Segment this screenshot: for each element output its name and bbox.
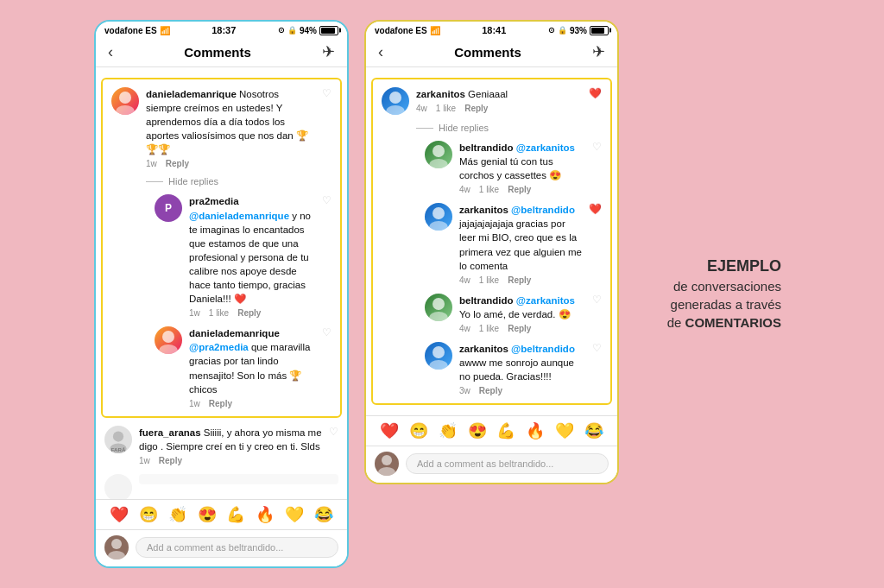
hide-replies-label-1: Hide replies — [168, 176, 218, 187]
comment-text-beltrandido-3: beltrandido @zarkanitos Yo lo amé, de ve… — [459, 294, 585, 321]
username-pra2media: pra2media — [189, 196, 239, 206]
phones-container: vodafone ES 📶 18:37 ⊙ 🔒 94% ‹ Comments ✈ — [94, 20, 619, 568]
svg-point-20 — [378, 467, 395, 476]
time-zarkanitos-4: 3w — [459, 386, 470, 395]
comment-text-daniela-main: danielademanrique Nosotros siempre creím… — [146, 87, 315, 156]
avatar-daniela-2 — [155, 326, 182, 354]
svg-point-10 — [386, 105, 405, 115]
likes-beltrandido-3: 1 like — [479, 324, 499, 333]
avatar-beltrandido-1 — [425, 141, 452, 168]
comment-input-2[interactable]: Add a comment as beltrandido... — [406, 453, 609, 474]
emoji-clap-2[interactable]: 👏 — [439, 421, 458, 440]
emoji-heart-eyes-1[interactable]: 😍 — [198, 505, 217, 524]
comment-text-zarkanitos-top: zarkanitos Geniaaal — [416, 87, 582, 101]
heart-zarkanitos-2[interactable]: ❤️ — [589, 203, 602, 215]
comment-input-1[interactable]: Add a comment as beltrandido... — [136, 537, 338, 558]
comment-text-daniela-2: danielademanrique @pra2media que maravil… — [189, 326, 315, 395]
svg-point-1 — [116, 105, 135, 115]
emoji-bar-1: ❤️ 😁 👏 😍 💪 🔥 💛 😂 — [96, 499, 347, 529]
reply-btn-fuera[interactable]: Reply — [159, 456, 182, 465]
comment-text-pra2media: pra2media @danielademanrique y no te ima… — [189, 194, 315, 306]
emoji-clap-1[interactable]: 👏 — [168, 505, 187, 524]
wifi-icon-1: 📶 — [160, 26, 170, 35]
emoji-yellow-heart-2[interactable]: 💛 — [555, 421, 574, 440]
status-bar-2: vodafone ES 📶 18:41 ⊙ 🔒 93% — [366, 22, 617, 37]
emoji-grin-2[interactable]: 😁 — [409, 421, 428, 440]
sidebar-line1: de conversaciones — [635, 277, 781, 295]
emoji-muscle-2[interactable]: 💪 — [496, 421, 515, 440]
phone-2: vodafone ES 📶 18:41 ⊙ 🔒 93% ‹ Comments ✈ — [364, 20, 619, 484]
reply-btn-zarkanitos-4[interactable]: Reply — [479, 386, 502, 395]
time-daniela-2: 1w — [189, 399, 200, 408]
comment-content-zarkanitos-top: Geniaaal — [468, 89, 508, 99]
reply-btn-zarkanitos-2[interactable]: Reply — [508, 275, 531, 285]
svg-point-3 — [159, 345, 178, 354]
battery-1: 94% — [300, 26, 317, 35]
comment-content-zarkanitos-2: jajajajajajaja gracias por leer mi BIO, … — [459, 218, 582, 270]
emoji-heart-2[interactable]: ❤️ — [380, 421, 399, 440]
comment-body-zarkanitos-top: zarkanitos Geniaaal 4w 1 like Reply — [416, 87, 582, 113]
status-right-1: ⊙ 🔒 94% — [278, 26, 338, 35]
reply-btn-pra2media[interactable]: Reply — [237, 308, 261, 318]
reply-zarkanitos-2: zarkanitos @beltrandido jajajajajajaja g… — [416, 199, 610, 288]
username-beltrandido-3: beltrandido — [459, 295, 514, 306]
emoji-heart-1[interactable]: ❤️ — [110, 505, 129, 524]
heart-daniela-main[interactable]: ♡ — [322, 87, 332, 99]
reply-beltrandido-3: beltrandido @zarkanitos Yo lo amé, de ve… — [416, 289, 610, 338]
sidebar-comentarios: COMENTARIOS — [685, 315, 781, 330]
reply-btn-zarkanitos-top[interactable]: Reply — [464, 104, 488, 113]
emoji-grin-1[interactable]: 😁 — [139, 505, 158, 524]
avatar-zarkanitos-top — [382, 87, 409, 115]
status-right-2: ⊙ 🔒 93% — [548, 26, 609, 35]
emoji-heart-eyes-2[interactable]: 😍 — [468, 421, 487, 440]
comment-meta-beltrandido-1: 4w 1 like Reply — [459, 185, 585, 194]
send-button-2[interactable]: ✈ — [592, 42, 605, 61]
mention-zarkanitos-4: @beltrandido — [511, 344, 575, 354]
emoji-muscle-1[interactable]: 💪 — [226, 505, 245, 524]
comment-input-bar-1: Add a comment as beltrandido... — [96, 529, 347, 566]
heart-pra2media[interactable]: ♡ — [322, 194, 332, 206]
emoji-fire-1[interactable]: 🔥 — [256, 505, 275, 524]
svg-text:FARÁ: FARÁ — [111, 446, 126, 452]
heart-beltrandido-3[interactable]: ♡ — [592, 294, 602, 306]
comments-area-1[interactable]: danielademanrique Nosotros siempre creím… — [96, 67, 347, 499]
comments-area-2[interactable]: zarkanitos Geniaaal 4w 1 like Reply ❤️ — [366, 67, 617, 415]
emoji-yellow-heart-1[interactable]: 💛 — [285, 505, 304, 524]
heart-daniela-2[interactable]: ♡ — [322, 326, 332, 338]
time-zarkanitos-2: 4w — [459, 275, 470, 285]
reply-btn-daniela-main[interactable]: Reply — [166, 159, 189, 168]
heart-zarkanitos-4[interactable]: ♡ — [592, 342, 602, 354]
phone-1: vodafone ES 📶 18:37 ⊙ 🔒 94% ‹ Comments ✈ — [94, 20, 349, 568]
comment-meta-fuera: 1w Reply — [139, 456, 322, 465]
reply-btn-daniela-2[interactable]: Reply — [209, 399, 232, 408]
send-button-1[interactable]: ✈ — [322, 42, 335, 61]
comment-body-beltrandido-1: beltrandido @zarkanitos Más genial tú co… — [459, 141, 585, 194]
emoji-laugh-2[interactable]: 😂 — [584, 421, 603, 440]
mention-daniela-2: @pra2media — [189, 342, 249, 352]
hide-replies-1[interactable]: Hide replies — [103, 173, 340, 190]
reply-zarkanitos-4: zarkanitos @beltrandido awww me sonrojo … — [416, 338, 610, 400]
reply-btn-beltrandido-3[interactable]: Reply — [508, 324, 531, 333]
comment-daniela-main: danielademanrique Nosotros siempre creím… — [103, 83, 340, 173]
camera-icon-1: ⊙ — [278, 26, 285, 35]
likes-zarkanitos-top: 1 like — [436, 104, 456, 113]
sidebar-line3-text: de — [667, 315, 685, 330]
comment-content-beltrandido-3: Yo lo amé, de verdad. 😍 — [459, 309, 571, 319]
mention-beltrandido-3: @zarkanitos — [516, 295, 575, 306]
emoji-laugh-1[interactable]: 😂 — [314, 505, 333, 524]
reply-btn-beltrandido-1[interactable]: Reply — [508, 185, 531, 194]
hide-replies-2[interactable]: Hide replies — [373, 119, 610, 136]
time-pra2media: 1w — [189, 308, 200, 318]
sidebar-line2: generadas a través — [635, 295, 781, 313]
heart-zarkanitos-top[interactable]: ❤️ — [589, 87, 602, 99]
comment-meta-zarkanitos-2: 4w 1 like Reply — [459, 275, 582, 285]
comment-input-bar-2: Add a comment as beltrandido... — [366, 446, 617, 483]
partial-line — [139, 474, 338, 484]
emoji-fire-2[interactable]: 🔥 — [526, 421, 545, 440]
svg-point-2 — [162, 331, 174, 343]
username-zarkanitos-4: zarkanitos — [459, 344, 508, 354]
heart-fuera[interactable]: ♡ — [329, 426, 338, 438]
comment-meta-daniela-main: 1w Reply — [146, 159, 315, 168]
comment-body-daniela-main: danielademanrique Nosotros siempre creím… — [146, 87, 315, 168]
heart-beltrandido-1[interactable]: ♡ — [592, 141, 602, 153]
